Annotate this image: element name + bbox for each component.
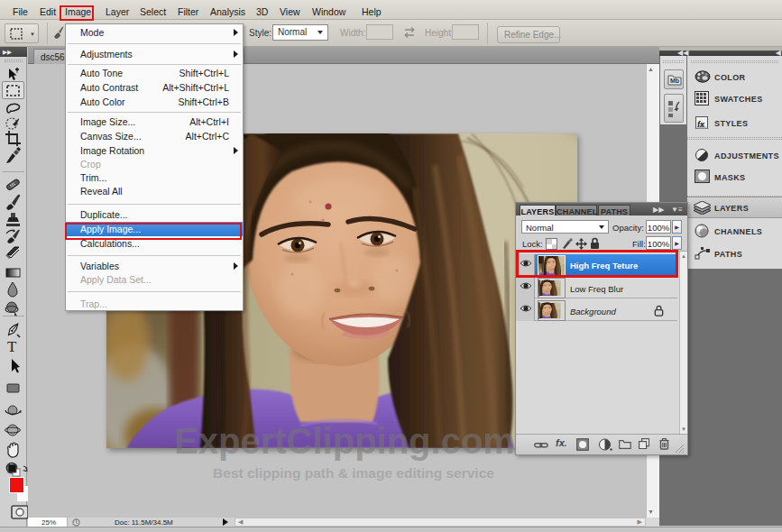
- svg-text:T: T: [7, 338, 17, 354]
- svg-text:Mb: Mb: [670, 78, 679, 84]
- svg-text:fx: fx: [697, 120, 705, 129]
